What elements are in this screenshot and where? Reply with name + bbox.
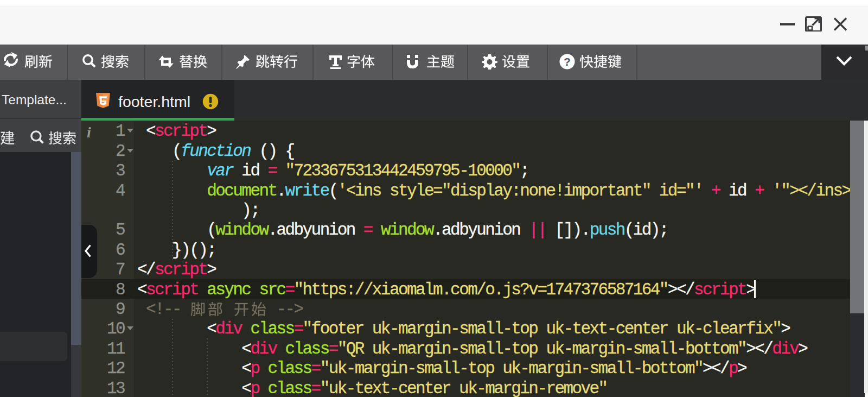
svg-text:?: ? [564, 55, 571, 68]
